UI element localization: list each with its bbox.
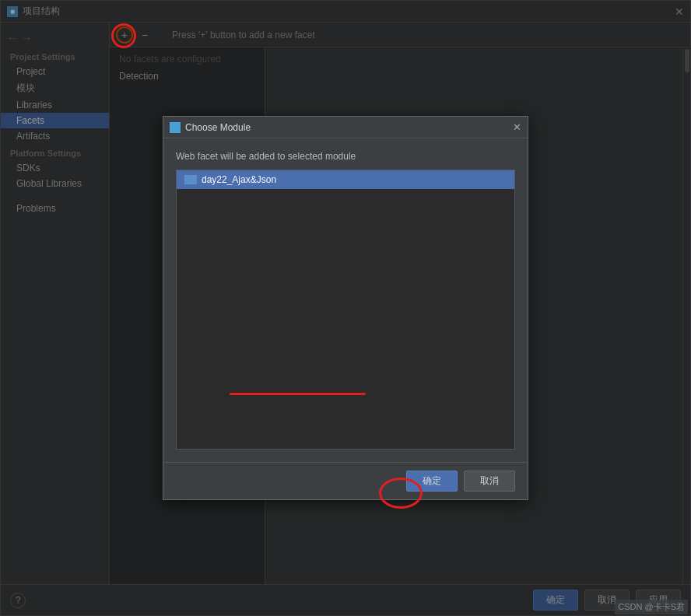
modal-body: Web facet will be added to selected modu…	[163, 138, 528, 462]
modal-ok-button[interactable]: 确定	[406, 471, 458, 492]
modal-close-button[interactable]: ✕	[513, 121, 521, 133]
module-list: day22_Ajax&Json	[176, 170, 515, 450]
choose-module-dialog: Choose Module ✕ Web facet will be added …	[163, 116, 528, 500]
modal-icon	[170, 122, 181, 133]
modal-title-text: Choose Module	[185, 122, 251, 133]
modal-cancel-button[interactable]: 取消	[464, 471, 515, 492]
modal-overlay: Choose Module ✕ Web facet will be added …	[0, 0, 691, 616]
modal-subtitle: Web facet will be added to selected modu…	[176, 151, 515, 162]
modal-footer: 确定 取消	[163, 462, 528, 499]
module-name: day22_Ajax&Json	[202, 174, 276, 185]
module-icon	[184, 175, 197, 184]
watermark: CSDN @卡卡S君	[615, 600, 688, 614]
modal-title-left: Choose Module	[170, 122, 251, 133]
module-list-item[interactable]: day22_Ajax&Json	[177, 170, 514, 189]
modal-title-bar: Choose Module ✕	[163, 117, 528, 138]
